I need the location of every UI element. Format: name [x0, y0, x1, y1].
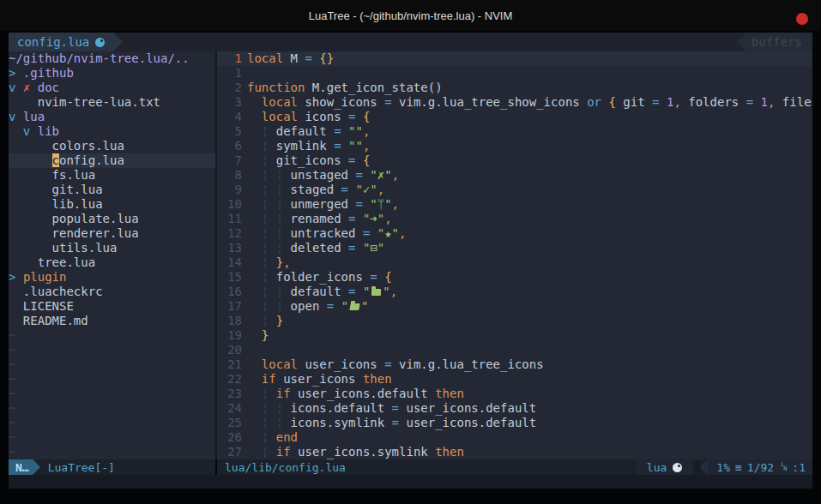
tree-row[interactable]: nvim-tree-lua.txt	[9, 95, 215, 110]
text-segment	[247, 416, 262, 429]
code-line[interactable]: 6 ¦ symlink = "",	[217, 139, 812, 153]
code-line[interactable]: 9 ¦ ¦ staged = "✓",	[217, 183, 812, 197]
code-line[interactable]: 27 ¦ if user_icons.symlink then	[217, 445, 812, 459]
command-line[interactable]	[9, 475, 812, 489]
text-segment: ,	[363, 124, 370, 138]
text-segment: colors.lua	[9, 139, 124, 153]
text-segment	[247, 357, 262, 371]
text-segment: then	[363, 372, 392, 386]
line-number: 9	[217, 183, 242, 197]
text-segment	[269, 183, 275, 196]
text-segment: vim.g.lua_tree_icons	[392, 357, 544, 371]
code-editor-panel[interactable]: 1local M = {}12function M.get_icon_state…	[217, 51, 812, 459]
text-segment	[247, 168, 262, 182]
tilde: ~	[9, 357, 15, 371]
code-line[interactable]: 2function M.get_icon_state()	[217, 81, 812, 95]
close-button[interactable]	[796, 13, 808, 25]
text-segment: local	[247, 51, 283, 65]
tree-row[interactable]: > plugin	[9, 270, 215, 285]
tree-row[interactable]: v lua	[9, 110, 215, 124]
code-line[interactable]: 21 local user_icons = vim.g.lua_tree_ico…	[217, 357, 812, 372]
tree-row[interactable]: populate.lua	[9, 212, 215, 226]
tree-row[interactable]: v ✗ doc	[9, 81, 215, 95]
tree-row[interactable]: config.lua	[9, 153, 215, 168]
tree-row[interactable]: ~/github/nvim-tree.lua/..	[9, 51, 215, 66]
text-segment	[355, 241, 362, 255]
statusline-editor: lua/lib/config.lua lua 1% ≡ 1/92 LN :1	[217, 459, 812, 475]
code-line[interactable]: 20	[217, 343, 812, 357]
code-line[interactable]: 12 ¦ ¦ untracked = "★",	[217, 226, 812, 241]
tree-row[interactable]: > .github	[9, 66, 215, 81]
code-line[interactable]: 15 ¦ folder_icons = {	[217, 270, 812, 285]
text-segment: ¦	[276, 212, 283, 225]
tree-row[interactable]: colors.lua	[9, 139, 215, 153]
powerline-separator-icon	[692, 459, 700, 475]
text-segment	[269, 285, 275, 298]
code-line[interactable]: 14 ¦ },	[217, 255, 812, 270]
text-segment: "★"	[377, 226, 399, 240]
tree-row[interactable]: fs.lua	[9, 168, 215, 183]
code-line[interactable]: 1local M = {}	[217, 51, 812, 66]
empty-line-tilde: ~	[9, 401, 215, 416]
text-segment	[370, 226, 377, 240]
text-segment	[247, 95, 262, 109]
text-segment: lib	[38, 124, 59, 138]
text-segment	[247, 387, 262, 400]
text-segment: doc	[38, 81, 59, 94]
text-segment	[355, 110, 362, 123]
code-line[interactable]: 24 ¦ ¦ icons.default = user_icons.defaul…	[217, 401, 812, 416]
text-segment	[247, 183, 262, 196]
code-line[interactable]: 8 ¦ ¦ unstaged = "✗",	[217, 168, 812, 183]
code-line[interactable]: 13 ¦ ¦ deleted = "⊟"	[217, 241, 812, 255]
code-line[interactable]: 11 ¦ ¦ renamed = "➜",	[217, 212, 812, 226]
code-line[interactable]: 10 ¦ ¦ unmerged = "ᛘ",	[217, 197, 812, 212]
code-line[interactable]: 23 ¦ if user_icons.default then	[217, 387, 812, 401]
code-line[interactable]: 17 ¦ ¦ open = ""	[217, 299, 812, 314]
text-segment	[9, 124, 23, 138]
text-segment	[377, 270, 384, 284]
line-number: 12	[217, 226, 242, 241]
text-segment	[247, 314, 262, 327]
text-segment: ,	[392, 168, 399, 182]
text-segment: "ᛘ"	[370, 197, 391, 211]
tree-row[interactable]: README.md	[9, 314, 215, 328]
code-line[interactable]: 4 local icons = {	[217, 110, 812, 124]
tree-row[interactable]: v lib	[9, 124, 215, 139]
text-segment	[355, 212, 362, 225]
code-line[interactable]: 19 }	[217, 328, 812, 343]
tilde: ~	[9, 416, 15, 429]
code-line[interactable]: 7 ¦ git_icons = {	[217, 153, 812, 168]
code-line[interactable]: 18 ¦ }	[217, 314, 812, 328]
line-number: 16	[217, 285, 242, 299]
code-line[interactable]: 1	[217, 66, 812, 81]
text-segment: M.get_icon_state()	[305, 81, 442, 94]
text-segment: ,	[399, 226, 406, 240]
title-bar: LuaTree - (~/github/nvim-tree.lua) - NVI…	[0, 0, 821, 31]
tilde: ~	[9, 372, 15, 386]
buffers-label[interactable]: buffers	[746, 33, 812, 51]
tree-row[interactable]: .luacheckrc	[9, 285, 215, 299]
text-segment: README.md	[9, 314, 88, 327]
line-number: 27	[217, 445, 242, 459]
text-segment: or	[587, 95, 601, 109]
tree-row[interactable]: tree.lua	[9, 255, 215, 270]
tab-config-lua[interactable]: config.lua	[9, 33, 113, 51]
text-segment: "⊟"	[363, 241, 384, 255]
text-segment: ¦	[276, 285, 283, 298]
code-line[interactable]: 16 ¦ ¦ default = "",	[217, 285, 812, 299]
text-segment	[247, 299, 262, 313]
tree-row[interactable]: git.lua	[9, 183, 215, 197]
code-line[interactable]: 26 ¦ end	[217, 430, 812, 445]
tree-row[interactable]: lib.lua	[9, 197, 215, 212]
code-line[interactable]: 22 if user_icons then	[217, 372, 812, 387]
tree-row[interactable]: utils.lua	[9, 241, 215, 255]
code-line[interactable]: 5 ¦ default = "",	[217, 124, 812, 139]
code-line[interactable]: 25 ¦ ¦ icons.symlink = user_icons.defaul…	[217, 416, 812, 430]
file-tree-panel[interactable]: ~/github/nvim-tree.lua/..> .githubv ✗ do…	[9, 51, 215, 459]
line-number: 8	[217, 168, 242, 183]
tree-row[interactable]: renderer.lua	[9, 226, 215, 241]
buffers-chip-edge	[737, 33, 746, 51]
tree-row[interactable]: LICENSE	[9, 299, 215, 314]
text-segment: v	[9, 110, 23, 123]
code-line[interactable]: 3 local show_icons = vim.g.lua_tree_show…	[217, 95, 812, 110]
